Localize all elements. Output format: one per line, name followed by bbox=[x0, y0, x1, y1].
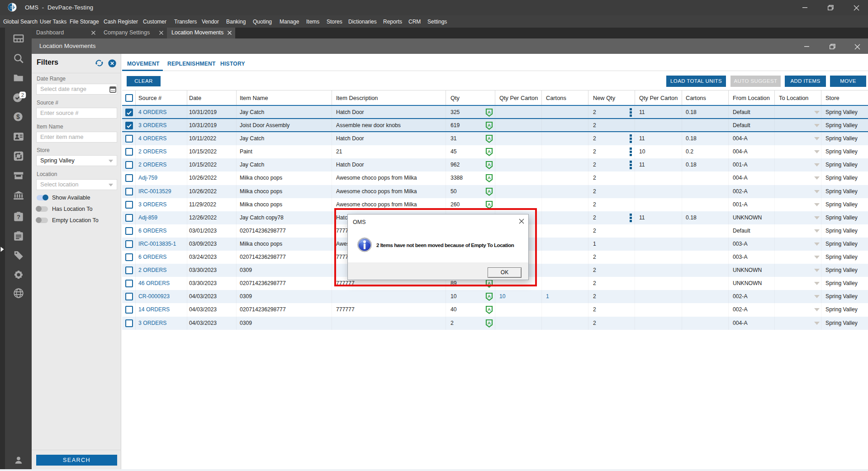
svg-text:A: A bbox=[488, 294, 491, 299]
svg-text:$: $ bbox=[16, 113, 20, 120]
svg-text:A: A bbox=[488, 320, 491, 325]
svg-text:A: A bbox=[488, 162, 491, 167]
svg-text:A: A bbox=[488, 201, 491, 206]
svg-text:?: ? bbox=[17, 214, 20, 220]
svg-text:A: A bbox=[488, 149, 491, 154]
svg-text:A: A bbox=[488, 109, 491, 114]
svg-text:A: A bbox=[488, 188, 491, 193]
svg-text:A: A bbox=[488, 123, 491, 128]
svg-text:A: A bbox=[488, 307, 491, 312]
svg-text:A: A bbox=[488, 175, 491, 180]
svg-text:2: 2 bbox=[21, 92, 24, 98]
svg-text:A: A bbox=[488, 136, 491, 141]
